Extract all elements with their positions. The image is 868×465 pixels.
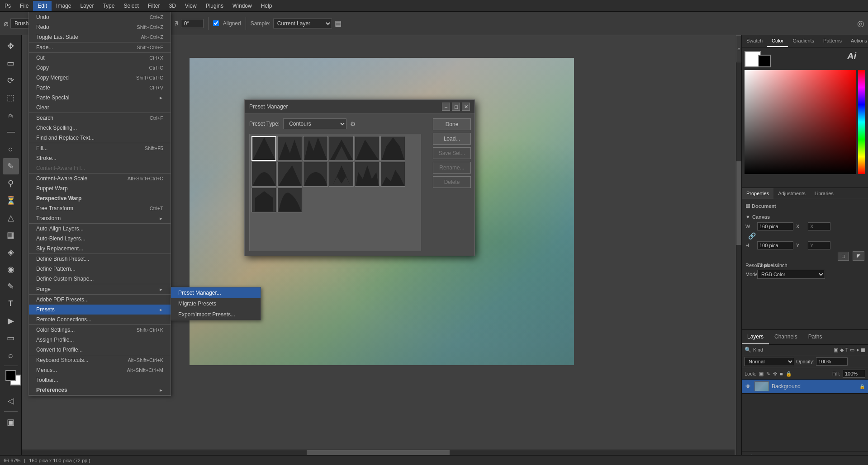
preset-item-4[interactable] [329, 136, 354, 161]
menu-adobe-pdf[interactable]: Adobe PDF Presets... [29, 295, 171, 305]
menu-layer[interactable]: Layer [76, 1, 98, 11]
menu-keyboard-shortcuts[interactable]: Keyboard Shortcuts...Alt+Shift+Ctrl+K [29, 355, 171, 365]
tab-swatch[interactable]: Swatch [742, 35, 767, 47]
quick-mask-btn[interactable]: ◁ [3, 393, 19, 409]
menu-copy[interactable]: CopyCtrl+C [29, 63, 171, 73]
vertical-scrollbar[interactable] [736, 35, 741, 455]
move-tool[interactable]: ✥ [3, 38, 19, 54]
menu-preferences[interactable]: Preferences► [29, 385, 171, 395]
menu-filter[interactable]: Filter [143, 1, 165, 11]
menu-auto-align[interactable]: Auto-Align Layers... [29, 224, 171, 234]
delete-button[interactable]: Delete [433, 176, 471, 188]
menu-free-transform[interactable]: Free TransformCtrl+T [29, 203, 171, 213]
brush-tool[interactable]: ✎ [3, 158, 19, 174]
preset-item-8[interactable] [277, 162, 302, 187]
layer-row-background[interactable]: 👁 Background 🔒 [742, 380, 868, 394]
preset-gear-icon[interactable]: ⚙ [350, 120, 356, 127]
smart-filter-icon[interactable]: ♦ [856, 347, 859, 353]
pen-tool[interactable]: ✎ [3, 278, 19, 295]
frame-mode-btn[interactable]: ▣ [3, 414, 19, 430]
menu-content-aware-scale[interactable]: Content-Aware ScaleAlt+Shift+Ctrl+C [29, 174, 171, 183]
opacity-input-layers[interactable] [816, 357, 848, 366]
lasso-tool[interactable]: ⟳ [3, 72, 19, 89]
object-select-tool[interactable]: ⬚ [3, 89, 19, 106]
tab-patterns[interactable]: Patterns [819, 35, 846, 47]
menu-preset-manager[interactable]: Preset Manager... [171, 287, 261, 298]
tab-properties[interactable]: Properties [742, 188, 773, 199]
menu-window[interactable]: Window [228, 1, 256, 11]
eyedropper-tool[interactable]: ⸻ [3, 124, 19, 140]
preset-item-12[interactable] [380, 162, 405, 187]
preset-item-3[interactable] [303, 136, 328, 161]
menu-paste[interactable]: PasteCtrl+V [29, 83, 171, 93]
pixel-filter-icon[interactable]: ▣ [834, 347, 838, 353]
menu-select[interactable]: Select [119, 1, 143, 11]
done-button[interactable]: Done [433, 118, 471, 130]
hue-bar[interactable] [858, 70, 865, 174]
history-brush-tool[interactable]: ⏳ [3, 193, 19, 209]
preset-item-14[interactable] [277, 188, 302, 212]
menu-image[interactable]: Image [52, 1, 76, 11]
fill-input[interactable] [843, 370, 865, 378]
color-spectrum[interactable] [745, 70, 856, 174]
lock-transparent-icon[interactable]: ▣ [759, 371, 764, 377]
menu-help[interactable]: Help [256, 1, 277, 11]
save-set-button[interactable]: Save Set... [433, 147, 471, 159]
menu-assign-profile[interactable]: Assign Profile... [29, 335, 171, 345]
type-tool[interactable]: T [3, 296, 19, 312]
tab-actions[interactable]: Actions [846, 35, 868, 47]
menu-auto-blend[interactable]: Auto-Blend Layers... [29, 234, 171, 244]
menu-3d[interactable]: 3D [164, 1, 180, 11]
mode-select[interactable]: RGB Color [757, 270, 825, 279]
x-input[interactable] [808, 222, 830, 230]
tab-layers[interactable]: Layers [742, 330, 769, 344]
menu-file[interactable]: File [15, 1, 33, 11]
menu-paste-special[interactable]: Paste Special► [29, 93, 171, 103]
shape-tool[interactable]: ▭ [3, 330, 19, 346]
lock-all-icon[interactable]: 🔒 [786, 371, 792, 377]
menu-fill[interactable]: Fill...Shift+F5 [29, 143, 171, 153]
menu-menus[interactable]: Menus...Alt+Shift+Ctrl+M [29, 365, 171, 375]
tab-color[interactable]: Color [767, 35, 788, 47]
preset-item-7[interactable] [251, 162, 276, 187]
menu-toggle-last[interactable]: Toggle Last StateAlt+Ctrl+Z [29, 32, 171, 42]
background-color-swatch[interactable] [758, 55, 771, 67]
dialog-minimize-btn[interactable]: – [442, 103, 450, 111]
dodge-tool[interactable]: ◉ [3, 261, 19, 277]
preset-item-1[interactable] [251, 136, 276, 161]
shape-filter-icon[interactable]: ▭ [850, 347, 854, 353]
menu-copy-merged[interactable]: Copy MergedShift+Ctrl+C [29, 73, 171, 83]
menu-presets[interactable]: Presets► [29, 305, 171, 315]
lock-position-icon[interactable]: ✜ [773, 371, 777, 377]
ps-app-icon[interactable]: Ps [0, 1, 15, 11]
lock-pixels-icon[interactable]: ✎ [766, 371, 770, 377]
panel-collapse-button[interactable]: « [736, 35, 741, 62]
menu-purge[interactable]: Purge► [29, 284, 171, 294]
canvas-fit-btn[interactable]: □ [838, 252, 849, 261]
adjustment-filter-icon[interactable]: ◆ [840, 347, 844, 353]
width-input[interactable] [757, 222, 793, 230]
type-filter-icon[interactable]: T [845, 347, 849, 353]
menu-view[interactable]: View [180, 1, 201, 11]
menu-check-spelling[interactable]: Check Spelling... [29, 123, 171, 133]
preset-item-9[interactable] [303, 162, 328, 187]
menu-type[interactable]: Type [98, 1, 119, 11]
layer-toggle[interactable]: ◼ [861, 347, 865, 353]
menu-remote-connections[interactable]: Remote Connections... [29, 315, 171, 324]
tab-channels[interactable]: Channels [769, 330, 803, 344]
menu-plugins[interactable]: Plugins [201, 1, 228, 11]
menu-convert-profile[interactable]: Convert to Profile... [29, 345, 171, 355]
menu-find-replace[interactable]: Find and Replace Text... [29, 133, 171, 143]
stamp-tool[interactable]: ⚲ [3, 175, 19, 192]
height-input[interactable] [757, 241, 793, 249]
menu-undo[interactable]: UndoCtrl+Z [29, 12, 171, 22]
menu-cut[interactable]: CutCtrl+X [29, 53, 171, 63]
path-select-tool[interactable]: ▶ [3, 313, 19, 329]
menu-define-brush[interactable]: Define Brush Preset... [29, 254, 171, 264]
dialog-restore-btn[interactable]: ◻ [452, 103, 460, 111]
menu-redo[interactable]: RedoShift+Ctrl+Z [29, 22, 171, 32]
load-button[interactable]: Load... [433, 133, 471, 145]
menu-content-aware-fill[interactable]: Content-Aware Fill... [29, 163, 171, 173]
menu-color-settings[interactable]: Color Settings...Shift+Ctrl+K [29, 325, 171, 335]
tab-adjustments[interactable]: Adjustments [773, 188, 810, 199]
